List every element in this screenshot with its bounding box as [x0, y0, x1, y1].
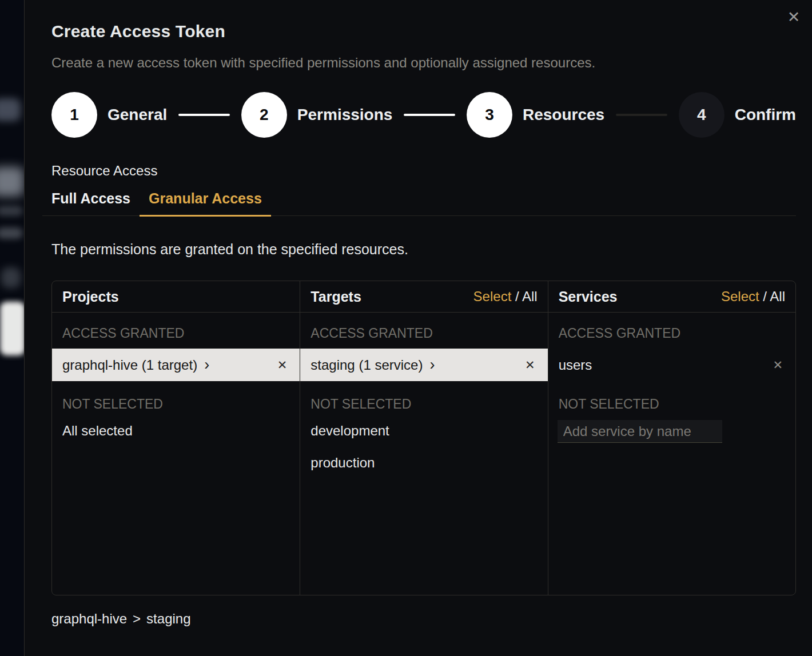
projects-column-header: Projects [52, 281, 300, 313]
backdrop-blur-shape [1, 267, 21, 288]
step-number-badge: 3 [467, 92, 512, 138]
projects-column: Projects ACCESS GRANTED graphql-hive (1 … [52, 281, 300, 595]
selected-project-row[interactable]: graphql-hive (1 target) › ✕ [52, 349, 300, 381]
selected-service-name: users [559, 357, 592, 373]
selected-target-row[interactable]: staging (1 service) › ✕ [300, 349, 547, 381]
services-select-link[interactable]: Select [721, 289, 759, 304]
breadcrumb-separator-icon: > [133, 611, 141, 626]
projects-column-title: Projects [62, 289, 119, 305]
step-label: Confirm [735, 106, 796, 124]
select-all-separator: / [759, 289, 770, 304]
backdrop-blur-shape [0, 302, 24, 355]
targets-all-link[interactable]: All [522, 289, 538, 304]
create-access-token-dialog: ✕ Create Access Token Create a new acces… [24, 0, 812, 656]
dialog-subtitle: Create a new access token with specified… [51, 55, 796, 71]
selected-service-row: users ✕ [548, 349, 795, 381]
step-resources[interactable]: 3 Resources [467, 92, 604, 138]
resource-selection-table: Projects ACCESS GRANTED graphql-hive (1 … [51, 281, 796, 595]
resource-access-heading: Resource Access [51, 163, 796, 179]
access-granted-label: ACCESS GRANTED [300, 326, 547, 341]
step-connector [404, 114, 455, 116]
step-label: Permissions [297, 106, 393, 124]
step-number-badge: 1 [51, 92, 97, 138]
target-option-production[interactable]: production [300, 453, 547, 473]
step-number-badge: 4 [679, 92, 725, 138]
targets-column: Targets Select / All ACCESS GRANTED stag… [300, 281, 547, 595]
backdrop-blur-shape [0, 167, 24, 197]
add-service-input[interactable] [558, 420, 722, 443]
backdrop-blur-shape [0, 227, 23, 239]
backdrop-blur-shape [0, 98, 21, 121]
breadcrumb-target: staging [146, 611, 190, 626]
background-page [0, 0, 24, 656]
step-confirm[interactable]: 4 Confirm [679, 92, 796, 138]
services-column-header: Services Select / All [548, 281, 795, 313]
services-column: Services Select / All ACCESS GRANTED use… [548, 281, 795, 595]
not-selected-label: NOT SELECTED [548, 397, 795, 412]
services-all-link[interactable]: All [770, 289, 785, 304]
targets-column-title: Targets [311, 289, 361, 305]
services-select-all: Select / All [721, 289, 785, 305]
step-connector [178, 114, 230, 116]
chevron-right-icon: › [204, 357, 209, 373]
tab-full-access[interactable]: Full Access [42, 190, 140, 217]
breadcrumb-project: graphql-hive [51, 611, 127, 626]
not-selected-label: NOT SELECTED [300, 397, 547, 412]
remove-service-icon[interactable]: ✕ [773, 358, 783, 372]
breadcrumb: graphql-hive>staging [51, 611, 796, 627]
resource-access-description: The permissions are granted on the speci… [51, 241, 796, 258]
targets-column-header: Targets Select / All [300, 281, 547, 313]
step-connector [616, 114, 667, 116]
step-number-badge: 2 [241, 92, 287, 138]
targets-select-all: Select / All [473, 289, 538, 305]
step-permissions[interactable]: 2 Permissions [241, 92, 393, 138]
dialog-title: Create Access Token [51, 22, 796, 41]
targets-select-link[interactable]: Select [473, 289, 512, 304]
close-icon[interactable]: ✕ [782, 6, 805, 29]
services-column-title: Services [559, 289, 618, 305]
access-granted-label: ACCESS GRANTED [52, 326, 300, 341]
not-selected-label: NOT SELECTED [52, 397, 300, 412]
selected-target-name: staging (1 service) [311, 357, 423, 373]
projects-all-selected-note: All selected [52, 421, 300, 441]
chevron-right-icon: › [429, 357, 435, 373]
step-label: General [108, 106, 167, 124]
select-all-separator: / [511, 289, 522, 304]
step-general[interactable]: 1 General [51, 92, 167, 138]
stepper: 1 General 2 Permissions 3 Resources 4 Co… [51, 92, 796, 138]
tab-granular-access[interactable]: Granular Access [140, 190, 271, 217]
step-label: Resources [523, 106, 604, 124]
backdrop-blur-shape [0, 206, 23, 216]
remove-project-icon[interactable]: ✕ [277, 358, 288, 372]
target-option-development[interactable]: development [300, 421, 547, 441]
remove-target-icon[interactable]: ✕ [525, 358, 535, 372]
resource-access-tabs: Full Access Granular Access [42, 190, 796, 216]
selected-project-name: graphql-hive (1 target) [62, 357, 197, 373]
access-granted-label: ACCESS GRANTED [548, 326, 795, 341]
